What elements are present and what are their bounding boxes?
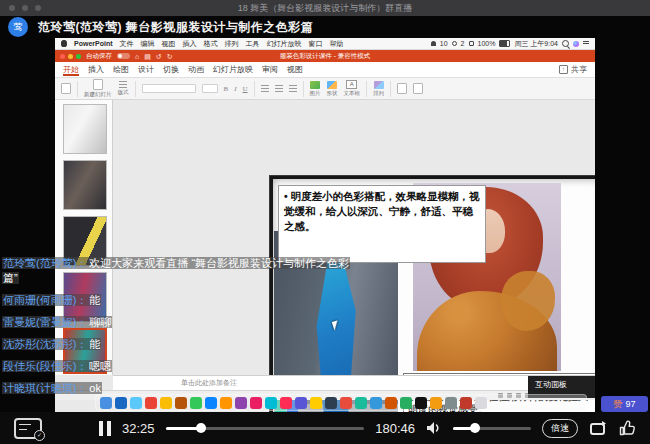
- like-count: 97: [625, 399, 635, 409]
- ribbon-tab-bar: 开始 插入 绘图 设计 切换 动画 幻灯片放映 审阅 视图 ↑共享: [55, 62, 595, 78]
- dock-icon[interactable]: [415, 397, 427, 409]
- autosave-toggle[interactable]: [117, 53, 130, 59]
- volume-handle[interactable]: [470, 423, 480, 433]
- dock-icon[interactable]: [475, 397, 487, 409]
- ppt-traffic-lights[interactable]: [60, 54, 81, 59]
- rotate-screen-button[interactable]: [589, 420, 608, 436]
- streamer-avatar[interactable]: 莺: [8, 17, 28, 37]
- tab-design[interactable]: 设计: [138, 64, 154, 75]
- tab-transitions[interactable]: 切换: [163, 64, 179, 75]
- chat-message: 范玲莺(范玲莺)：欢迎大家来观看直播 “舞台影视服装设计与制作之色彩篇”: [2, 256, 358, 286]
- ppt-zoom-icon[interactable]: [76, 54, 81, 59]
- battery-percent: 100%: [478, 40, 496, 47]
- tab-view[interactable]: 视图: [287, 64, 303, 75]
- slide-bullet-textbox[interactable]: • 明度差小的色彩搭配，效果略显模糊，视觉缓和，给人以深沉、宁静，舒适、平稳之感…: [278, 185, 486, 263]
- format-button[interactable]: [413, 83, 423, 94]
- app-status-icon[interactable]: [469, 41, 474, 46]
- volume-button[interactable]: [426, 421, 442, 435]
- menu-app-name[interactable]: PowerPoint: [74, 40, 113, 47]
- tab-home[interactable]: 开始: [63, 64, 79, 76]
- thumbs-up-icon: [619, 420, 636, 436]
- rotate-screen-icon: [589, 420, 608, 436]
- save-icon[interactable]: ▤: [144, 53, 151, 60]
- people-icon[interactable]: [452, 41, 457, 46]
- chat-text: 能: [88, 294, 101, 306]
- danmaku-toggle-icon[interactable]: ✓: [14, 418, 42, 439]
- dock-icon[interactable]: [445, 397, 457, 409]
- window-traffic-lights[interactable]: [9, 5, 41, 11]
- picture-button[interactable]: 图片: [310, 81, 321, 97]
- redo-icon[interactable]: ↻: [167, 53, 173, 60]
- tab-draw[interactable]: 绘图: [113, 64, 129, 75]
- paste-button[interactable]: [61, 83, 71, 94]
- notification-bell-icon[interactable]: [431, 41, 436, 46]
- apple-menu-icon[interactable]: [61, 40, 67, 47]
- control-center-icon[interactable]: [583, 41, 589, 46]
- textbox-button[interactable]: A文本框: [344, 80, 361, 97]
- layout-button[interactable]: 版式: [118, 81, 129, 96]
- progress-handle[interactable]: [196, 423, 206, 433]
- menu-file[interactable]: 文件: [120, 39, 134, 49]
- spotlight-icon[interactable]: [562, 40, 569, 47]
- menu-format[interactable]: 格式: [204, 39, 218, 49]
- share-icon: ↑: [559, 65, 568, 74]
- chat-sender: 沈苏彤(沈苏彤)：: [2, 338, 88, 350]
- pause-button[interactable]: [99, 421, 111, 436]
- home-icon[interactable]: ⌂: [135, 53, 139, 60]
- zoom-icon[interactable]: [35, 5, 41, 11]
- chat-sender: 何雨珊(何雨珊)：: [2, 294, 88, 306]
- battery-icon: [499, 40, 510, 47]
- slide-thumbnail-1[interactable]: [63, 104, 107, 154]
- like-label: 赞: [613, 398, 622, 411]
- like-badge[interactable]: 赞 97: [601, 396, 648, 412]
- dock-icon[interactable]: [430, 397, 442, 409]
- font-size-box[interactable]: [202, 84, 218, 93]
- like-button[interactable]: [619, 420, 636, 436]
- menu-window[interactable]: 窗口: [309, 39, 323, 49]
- playback-speed-button[interactable]: 倍速: [542, 419, 578, 438]
- dock-icon[interactable]: [370, 397, 382, 409]
- menu-slideshow[interactable]: 幻灯片放映: [267, 39, 302, 49]
- menu-help[interactable]: 帮助: [330, 39, 344, 49]
- menu-arrange[interactable]: 排列: [225, 39, 239, 49]
- tab-insert[interactable]: 插入: [88, 64, 104, 75]
- minimize-icon[interactable]: [22, 5, 28, 11]
- italic-button[interactable]: I: [234, 85, 236, 93]
- dock-icon[interactable]: [460, 397, 472, 409]
- align-left-button[interactable]: [275, 85, 283, 92]
- volume-bar[interactable]: [453, 427, 531, 430]
- tab-slideshow[interactable]: 幻灯片放映: [213, 64, 253, 75]
- slide-thumbnail-2[interactable]: [63, 160, 107, 210]
- siri-icon[interactable]: [573, 41, 579, 47]
- align-center-button[interactable]: [289, 85, 297, 92]
- ppt-minimize-icon[interactable]: [68, 54, 73, 59]
- share-button[interactable]: ↑共享: [559, 64, 587, 75]
- menu-tools[interactable]: 工具: [246, 39, 260, 49]
- quick-styles-button[interactable]: [397, 83, 407, 94]
- menu-view[interactable]: 视图: [162, 39, 176, 49]
- ppt-close-icon[interactable]: [60, 54, 65, 59]
- chat-message: 何雨珊(何雨珊)：能: [2, 293, 358, 308]
- tab-review[interactable]: 审阅: [262, 64, 278, 75]
- dock-icon[interactable]: [400, 397, 412, 409]
- menu-insert[interactable]: 插入: [183, 39, 197, 49]
- undo-icon[interactable]: ↺: [156, 53, 162, 60]
- chat-message: 计晓琪(计晓琪)：ok: [2, 381, 358, 396]
- progress-bar[interactable]: [166, 427, 365, 430]
- arrange-button[interactable]: 排列: [373, 81, 384, 97]
- tab-animations[interactable]: 动画: [188, 64, 204, 75]
- menu-edit[interactable]: 编辑: [141, 39, 155, 49]
- bullets-button[interactable]: [261, 85, 269, 92]
- underline-button[interactable]: U: [243, 85, 248, 93]
- window-titlebar: 18 舞美（舞台影视服装设计与制作）群直播: [0, 0, 650, 16]
- chat-sender: 范玲莺(范玲莺)：: [2, 257, 88, 269]
- font-name-box[interactable]: [142, 84, 196, 93]
- macos-menubar: PowerPoint 文件 编辑 视图 插入 格式 排列 工具 幻灯片放映 窗口…: [55, 38, 595, 50]
- close-icon[interactable]: [9, 5, 15, 11]
- new-slide-button[interactable]: 新建幻灯片: [84, 79, 112, 98]
- bold-button[interactable]: B: [224, 85, 229, 93]
- dock-icon[interactable]: [385, 397, 397, 409]
- menubar-clock[interactable]: 周三 上午9:04: [514, 39, 558, 49]
- shapes-button[interactable]: 形状: [327, 81, 338, 97]
- stream-header: 莺 范玲莺(范玲莺) 舞台影视服装设计与制作之色彩篇: [0, 16, 650, 38]
